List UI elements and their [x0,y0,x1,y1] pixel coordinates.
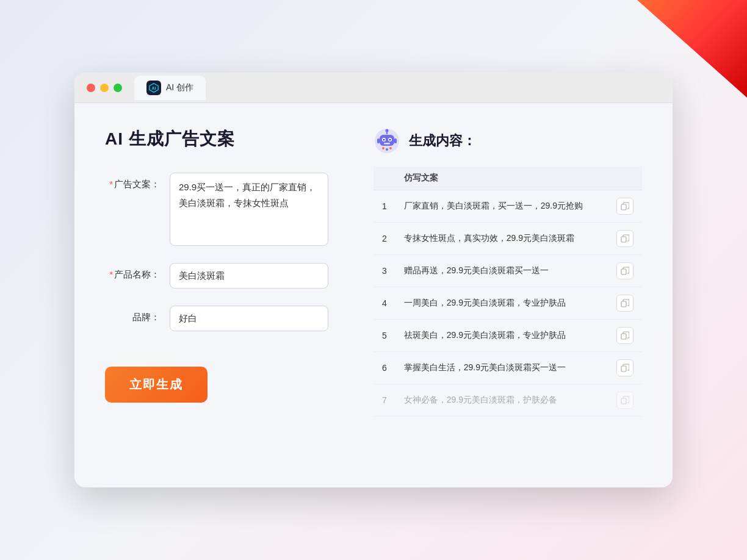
svg-rect-12 [394,138,397,143]
browser-titlebar: AI AI 创作 [74,73,673,103]
minimize-button[interactable] [100,84,109,92]
result-row-text: 女神必备，29.9元美白淡斑霜，护肤必备 [395,384,608,417]
result-row-copy-cell [608,255,642,287]
right-header: 生成内容： [374,127,642,154]
svg-rect-17 [621,237,626,242]
svg-rect-18 [621,269,626,275]
tab-icon: AI [146,81,161,95]
browser-tab[interactable]: AI AI 创作 [134,76,206,100]
svg-rect-11 [377,138,380,143]
result-row-text: 厂家直销，美白淡斑霜，买一送一，29.9元抢购 [395,190,608,223]
copy-button[interactable] [616,262,633,279]
result-row-text: 一周美白，29.9元美白淡斑霜，专业护肤品 [395,287,608,320]
col-num [374,167,395,190]
svg-point-13 [382,147,384,149]
browser-window: AI AI 创作 AI 生成广告文案 *广告文案： *产品名称： [74,73,673,487]
svg-rect-22 [621,398,626,404]
left-panel: AI 生成广告文案 *广告文案： *产品名称： 品牌： 立即生成 [105,127,337,417]
brand-group: 品牌： [105,306,337,331]
window-controls [87,84,122,92]
result-row-copy-cell [608,384,642,417]
svg-point-9 [389,139,391,141]
copy-button[interactable] [616,295,633,312]
product-name-group: *产品名称： [105,263,337,289]
copy-button[interactable] [616,392,633,409]
browser-content: AI 生成广告文案 *广告文案： *产品名称： 品牌： 立即生成 [74,103,673,441]
robot-icon [374,127,400,154]
right-panel: 生成内容： 仿写文案 1厂家直销，美白淡斑霜，买一送一，29.9元抢购2专抹女性… [374,127,642,417]
svg-rect-16 [621,204,626,210]
result-table: 仿写文案 1厂家直销，美白淡斑霜，买一送一，29.9元抢购2专抹女性斑点，真实功… [374,167,642,417]
product-name-input[interactable] [170,263,328,289]
result-row-num: 4 [374,287,395,320]
required-star-2: * [109,269,113,279]
copy-button[interactable] [616,230,633,247]
copy-button[interactable] [616,198,633,215]
close-button[interactable] [87,84,95,92]
result-row-num: 7 [374,384,395,417]
ad-copy-input[interactable] [170,173,328,246]
result-row-copy-cell [608,352,642,384]
result-row-num: 6 [374,352,395,384]
right-title: 生成内容： [409,132,476,150]
result-row-copy-cell [608,287,642,320]
product-name-label: *产品名称： [105,263,160,281]
brand-input[interactable] [170,306,328,331]
svg-point-15 [389,147,392,149]
page-title: AI 生成广告文案 [105,127,337,151]
svg-point-4 [386,129,389,132]
result-row-num: 5 [374,320,395,352]
brand-label: 品牌： [105,306,160,323]
result-row-num: 1 [374,190,395,223]
svg-rect-20 [621,334,626,339]
col-text: 仿写文案 [395,167,608,190]
copy-button[interactable] [616,327,633,344]
svg-point-14 [386,148,388,151]
copy-button[interactable] [616,359,633,376]
result-row-text: 掌握美白生活，29.9元美白淡斑霜买一送一 [395,352,608,384]
generate-button[interactable]: 立即生成 [105,367,208,403]
svg-rect-21 [621,366,626,372]
result-row-text: 祛斑美白，29.9元美白淡斑霜，专业护肤品 [395,320,608,352]
svg-point-8 [383,139,385,141]
result-row-copy-cell [608,223,642,255]
svg-rect-10 [384,143,390,145]
maximize-button[interactable] [114,84,122,92]
result-row-text: 专抹女性斑点，真实功效，29.9元美白淡斑霜 [395,223,608,255]
ad-copy-label: *广告文案： [105,173,160,190]
required-star: * [109,179,113,189]
result-row-num: 2 [374,223,395,255]
result-row-copy-cell [608,190,642,223]
result-row-copy-cell [608,320,642,352]
svg-rect-19 [621,301,626,307]
col-action [608,167,642,190]
tab-label: AI 创作 [166,82,193,93]
result-row-text: 赠品再送，29.9元美白淡斑霜买一送一 [395,255,608,287]
ad-copy-group: *广告文案： [105,173,337,246]
result-row-num: 3 [374,255,395,287]
svg-text:AI: AI [152,86,156,90]
